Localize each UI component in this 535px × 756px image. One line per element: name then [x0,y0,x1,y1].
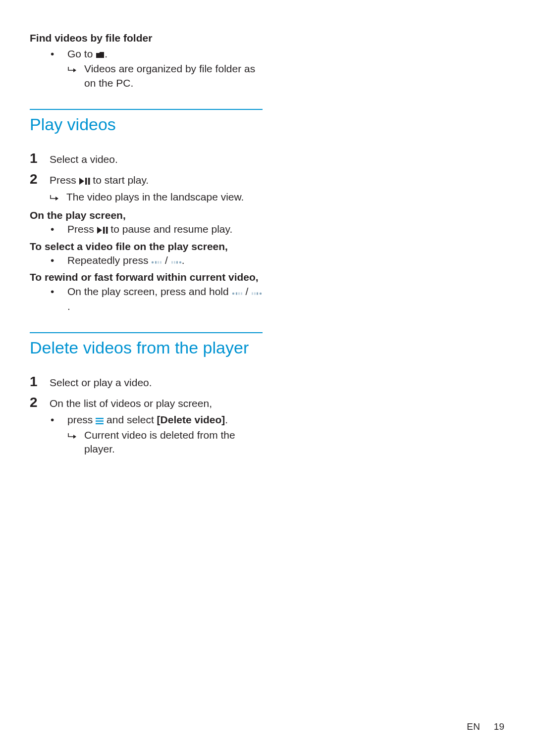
svg-rect-21 [96,421,104,422]
bullet-dot-icon: • [51,47,67,61]
svg-rect-0 [85,178,87,185]
step-text: Select a video. [50,151,263,167]
bullet-dot-icon: • [51,253,67,267]
svg-rect-16 [252,292,253,295]
svg-rect-14 [238,292,240,295]
footer-lang: EN [467,721,480,732]
svg-rect-13 [236,292,237,295]
step-1: 1 Select a video. [30,148,263,169]
bullet-dot-icon: • [51,222,67,236]
svg-rect-8 [171,261,173,263]
select-file-bullet: • Repeatedly press / . [51,253,263,268]
rewind-label: To rewind or fast forward within current… [30,270,263,284]
rewind-bullet-text: On the play screen, press and hold / . [67,285,263,314]
svg-rect-20 [96,418,104,419]
svg-rect-15 [241,292,242,295]
delete-result-text: Current video is deleted from the player… [84,428,263,456]
bullet-dot-icon: • [51,285,67,299]
svg-rect-9 [174,261,175,263]
page-footer: EN 19 [467,721,504,732]
play-pause-icon [79,173,90,189]
svg-rect-2 [103,227,105,234]
intro-result-text: Videos are organized by file folder as o… [84,62,263,90]
delete-bullet: • press and select [Delete video]. [51,413,263,428]
rewind-bullet: • On the play screen, press and hold / . [51,285,263,314]
result-arrow-icon [50,190,66,205]
svg-rect-7 [160,261,161,263]
next-dots-icon [251,286,262,300]
step-text: Press to start play. The video plays in … [50,172,263,205]
step-2b: 2 On the list of videos or play screen, [30,392,263,413]
folder-icon [96,48,105,62]
intro-result: Videos are organized by file folder as o… [67,62,263,90]
section-divider [30,332,263,333]
intro-bullet-text: Go to . [67,47,107,62]
step-text: Select or play a video. [50,375,263,391]
step-number: 2 [30,392,50,413]
on-play-bullet: • Press to pause and resume play. [51,222,263,237]
svg-rect-17 [254,292,256,295]
footer-page: 19 [494,721,504,732]
svg-rect-5 [155,261,157,263]
svg-rect-18 [257,292,258,295]
next-dots-icon [171,254,182,268]
svg-rect-10 [176,261,178,263]
step-text: On the list of videos or play screen, [50,396,263,411]
prev-dots-icon [232,286,243,300]
manual-page: Find videos by file folder • Go to . Vid… [0,0,292,481]
svg-point-11 [179,261,181,263]
svg-point-19 [260,292,262,294]
on-play-screen-label: On the play screen, [30,208,263,222]
step-number: 1 [30,371,50,392]
result-arrow-icon [67,62,84,77]
section1-title: Play videos [30,115,263,134]
on-play-bullet-text: Press to pause and resume play. [67,222,232,237]
intro-bullet: • Go to . [51,47,263,62]
svg-rect-3 [106,227,108,234]
step-2-result: The video plays in the landscape view. [50,190,263,205]
svg-point-4 [152,261,154,263]
step-1b: 1 Select or play a video. [30,371,263,392]
select-file-bullet-text: Repeatedly press / . [67,253,185,268]
prev-dots-icon [151,254,162,268]
step-number: 2 [30,169,50,190]
result-arrow-icon [67,428,84,444]
play-pause-icon [97,223,108,237]
delete-option: [Delete video] [157,414,225,425]
intro-heading: Find videos by file folder [30,32,263,44]
section-divider [30,109,263,110]
svg-rect-6 [158,261,159,263]
bullet-dot-icon: • [51,413,67,427]
step-number: 1 [30,148,50,169]
delete-result: Current video is deleted from the player… [67,428,263,456]
select-file-label: To select a video file on the play scree… [30,240,263,253]
step-2: 2 Press to start play. The video plays i… [30,169,263,205]
svg-point-12 [232,292,234,294]
section2-title: Delete videos from the player [30,338,263,357]
menu-icon [96,414,104,428]
svg-rect-22 [96,423,104,424]
step-2-result-text: The video plays in the landscape view. [66,190,244,204]
delete-bullet-text: press and select [Delete video]. [67,413,228,428]
svg-rect-1 [88,178,90,185]
